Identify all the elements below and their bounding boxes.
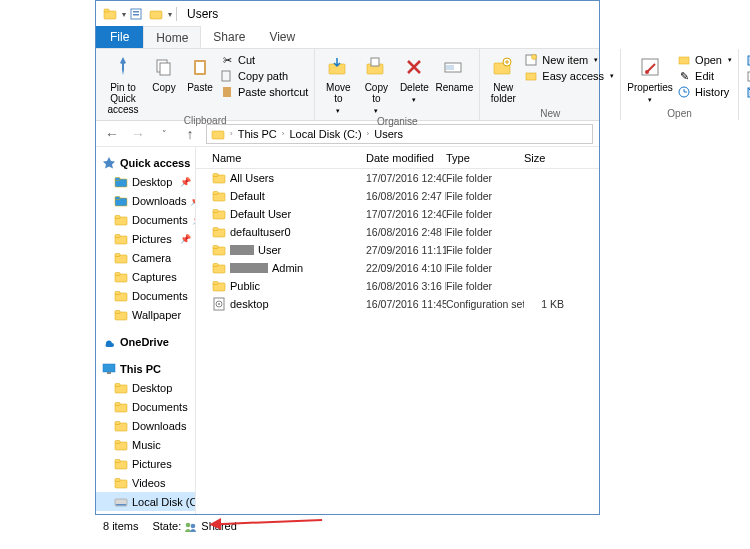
svg-rect-7 — [160, 63, 170, 75]
tab-view[interactable]: View — [257, 26, 307, 48]
svg-rect-5 — [150, 11, 162, 19]
svg-point-88 — [191, 524, 196, 529]
svg-rect-61 — [116, 504, 126, 506]
ribbon: Pin to Quick access Copy Paste ✂Cut Copy… — [96, 49, 599, 121]
window-title: Users — [187, 7, 218, 21]
item-count: 8 items — [103, 520, 138, 532]
svg-rect-22 — [642, 59, 658, 75]
tree-pc-item[interactable]: New Volume (D:) — [96, 511, 195, 514]
svg-point-23 — [645, 70, 649, 74]
edit-button[interactable]: ✎Edit — [677, 69, 732, 83]
tree-quick-item[interactable]: Camera — [96, 248, 195, 267]
copy-button[interactable]: Copy — [148, 51, 180, 93]
qa-overflow-icon[interactable]: ▾ — [168, 10, 172, 19]
folder-icon — [103, 7, 117, 21]
tab-home[interactable]: Home — [143, 26, 201, 48]
select-none-button[interactable]: Sel — [745, 69, 750, 83]
tree-pc-item[interactable]: Local Disk (C:) — [96, 492, 195, 511]
file-row[interactable]: Default16/08/2016 2:47 PMFile folder — [196, 187, 599, 205]
svg-rect-33 — [115, 196, 120, 199]
svg-rect-77 — [213, 228, 218, 231]
tree-pc-item[interactable]: Downloads — [96, 416, 195, 435]
easy-access-button[interactable]: Easy access▾ — [524, 69, 614, 83]
file-list[interactable]: Name Date modified Type Size All Users17… — [196, 147, 599, 514]
tree-pc-item[interactable]: Videos — [96, 473, 195, 492]
new-folder-button[interactable]: New folder — [486, 51, 520, 104]
svg-rect-39 — [115, 253, 120, 256]
tree-quick-item[interactable]: Desktop📌 — [96, 172, 195, 191]
file-row[interactable]: All Users17/07/2016 12:40 …File folder — [196, 169, 599, 187]
svg-rect-51 — [115, 402, 120, 405]
explorer-window: ▾ ▾ Users File Home Share View Pin to Qu… — [95, 0, 600, 515]
svg-rect-81 — [213, 264, 218, 267]
column-headers[interactable]: Name Date modified Type Size — [196, 147, 599, 169]
chevron-down-icon[interactable]: ▾ — [122, 10, 126, 19]
svg-rect-11 — [223, 87, 231, 97]
tab-file[interactable]: File — [96, 26, 143, 48]
svg-rect-79 — [213, 246, 218, 249]
svg-rect-49 — [115, 383, 120, 386]
ribbon-tabs: File Home Share View — [96, 27, 599, 49]
rename-button[interactable]: Rename — [435, 51, 473, 93]
history-button[interactable]: History — [677, 85, 732, 99]
file-row[interactable]: Default User17/07/2016 12:40 …File folde… — [196, 205, 599, 223]
svg-point-20 — [532, 55, 537, 60]
tree-quick-item[interactable]: Downloads📌 — [96, 191, 195, 210]
status-bar: 8 items State: Shared — [95, 516, 600, 536]
tree-quick-access[interactable]: Quick access — [96, 153, 195, 172]
svg-rect-37 — [115, 234, 120, 237]
file-row[interactable]: Public16/08/2016 3:16 PMFile folder — [196, 277, 599, 295]
tree-this-pc[interactable]: This PC — [96, 359, 195, 378]
file-row[interactable]: Admin22/09/2016 4:10 PMFile folder — [196, 259, 599, 277]
properties-qa-icon[interactable] — [129, 7, 143, 21]
svg-rect-1 — [104, 9, 109, 12]
svg-rect-35 — [115, 215, 120, 218]
tree-pc-item[interactable]: Music — [96, 435, 195, 454]
svg-point-86 — [218, 303, 220, 305]
svg-rect-83 — [213, 282, 218, 285]
pin-icon: 📌 — [180, 177, 191, 187]
svg-rect-21 — [526, 73, 536, 80]
newfolder-qa-icon[interactable] — [149, 7, 163, 21]
delete-button[interactable]: Delete▾ — [397, 51, 431, 105]
svg-rect-29 — [212, 131, 224, 139]
tree-pc-item[interactable]: Documents — [96, 397, 195, 416]
copy-path-button[interactable]: Copy path — [220, 69, 308, 83]
tree-quick-item[interactable]: Documents📌 — [96, 210, 195, 229]
open-button[interactable]: Open▾ — [677, 53, 732, 67]
new-item-button[interactable]: New item▾ — [524, 53, 614, 67]
svg-rect-57 — [115, 459, 120, 462]
file-row[interactable]: defaultuser016/08/2016 2:48 PMFile folde… — [196, 223, 599, 241]
file-row[interactable]: User27/09/2016 11:11 …File folder — [196, 241, 599, 259]
svg-rect-14 — [371, 58, 379, 66]
nav-tree[interactable]: Quick accessDesktop📌Downloads📌Documents📌… — [96, 147, 196, 514]
svg-rect-59 — [115, 478, 120, 481]
tab-share[interactable]: Share — [201, 26, 257, 48]
tree-quick-item[interactable]: Wallpaper — [96, 305, 195, 324]
svg-rect-41 — [115, 272, 120, 275]
svg-rect-75 — [213, 210, 218, 213]
tree-pc-item[interactable]: Pictures — [96, 454, 195, 473]
svg-point-87 — [186, 523, 191, 528]
invert-selection-button[interactable]: Inv — [745, 85, 750, 99]
svg-rect-43 — [115, 291, 120, 294]
select-all-button[interactable]: Sel — [745, 53, 750, 67]
tree-quick-item[interactable]: Documents — [96, 286, 195, 305]
move-to-button[interactable]: Move to▾ — [321, 51, 355, 116]
svg-rect-45 — [115, 310, 120, 313]
paste-button[interactable]: Paste — [184, 51, 216, 93]
properties-button[interactable]: Properties▾ — [627, 51, 673, 105]
tree-quick-item[interactable]: Captures — [96, 267, 195, 286]
pin-to-quick-access-button[interactable]: Pin to Quick access — [102, 51, 144, 115]
cut-button[interactable]: ✂Cut — [220, 53, 308, 67]
paste-shortcut-button[interactable]: Paste shortcut — [220, 85, 308, 99]
tree-quick-item[interactable]: Pictures📌 — [96, 229, 195, 248]
tree-onedrive[interactable]: OneDrive — [96, 332, 195, 351]
svg-rect-10 — [222, 71, 230, 81]
svg-rect-73 — [213, 192, 218, 195]
tree-pc-item[interactable]: Desktop — [96, 378, 195, 397]
titlebar: ▾ ▾ Users — [96, 1, 599, 27]
svg-rect-53 — [115, 421, 120, 424]
file-row[interactable]: desktop16/07/2016 11:45 …Configuration s… — [196, 295, 599, 313]
copy-to-button[interactable]: Copy to▾ — [359, 51, 393, 116]
